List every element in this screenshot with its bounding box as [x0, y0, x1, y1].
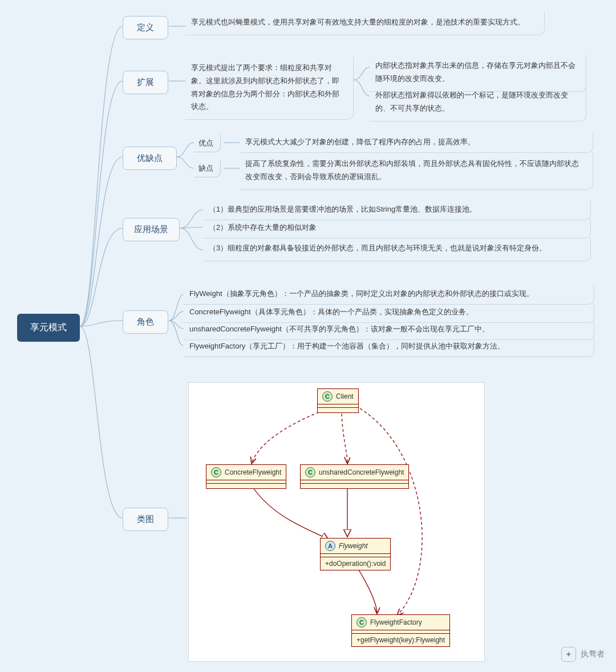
uml-name: FlyweightFactory	[370, 618, 422, 626]
leaf-text: （2）系统中存在大量的相似对象	[209, 223, 317, 232]
leaf-pro: 享元模式大大减少了对象的创建，降低了程序内存的占用，提高效率。	[240, 133, 593, 153]
leaf-text: 内部状态指对象共享出来的信息，存储在享元对象内部且不会随环境的改变而改变。	[375, 61, 576, 83]
leaf-role-2: unsharedConcreteFlyweight（不可共享的享元角色）：该对象…	[184, 321, 594, 340]
leaf-text: unsharedConcreteFlyweight（不可共享的享元角色）：该对象…	[189, 325, 489, 333]
branch-label: 优缺点	[137, 153, 163, 163]
leaf-text: 享元模式大大减少了对象的创建，降低了程序内存的占用，提高效率。	[245, 137, 475, 146]
leaf-con: 提高了系统复杂性，需要分离出外部状态和内部装填，而且外部状态具有固化特性，不应该…	[240, 153, 593, 190]
uml-name: unsharedConcreteFlyweight	[319, 468, 404, 476]
wechat-icon: ✦	[561, 647, 576, 662]
class-icon: C	[356, 617, 367, 628]
branch-extension: 扩展	[123, 71, 168, 94]
leaf-text: FlyweightFactory（享元工厂）：用于构建一个池容器（集合），同时提…	[189, 342, 505, 350]
branch-label: 扩展	[137, 77, 154, 87]
label-pro: 优点	[194, 135, 221, 152]
branch-label: 角色	[137, 317, 154, 326]
uml-diagram: CClient CConcreteFlyweight CunsharedConc…	[188, 382, 485, 662]
uml-unshared: CunsharedConcreteFlyweight	[300, 464, 409, 489]
class-icon: C	[305, 467, 315, 477]
leaf-text: ConcreteFlyweight（具体享元角色）：具体的一个产品类，实现抽象角…	[189, 307, 473, 316]
branch-label: 应用场景	[134, 224, 168, 234]
leaf-scenario-0: （1）最典型的应用场景是需要缓冲池的场景，比如String常量池、数据库连接池。	[203, 201, 591, 220]
abstract-icon: A	[325, 541, 335, 551]
leaf-text: 享元模式提出了两个要求：细粒度和共享对象。这里就涉及到内部状态和外部状态了，即将…	[191, 63, 339, 111]
uml-name: ConcreteFlyweight	[225, 468, 281, 476]
leaf-text: FlyWeight（抽象享元角色）：一个产品的抽象类，同时定义出对象的内部状态和…	[189, 289, 534, 298]
leaf-text: 外部状态指对象得以依赖的一个标记，是随环境改变而改变的、不可共享的状态。	[375, 91, 568, 112]
leaf-role-1: ConcreteFlyweight（具体享元角色）：具体的一个产品类，实现抽象角…	[184, 303, 594, 323]
uml-concrete: CConcreteFlyweight	[206, 464, 286, 489]
branch-label: 类图	[137, 514, 154, 524]
label-con: 缺点	[194, 160, 221, 177]
uml-name: Flyweight	[339, 542, 368, 550]
branch-diagram: 类图	[123, 508, 168, 531]
uml-name: Client	[336, 392, 354, 400]
branch-proscons: 优缺点	[123, 147, 177, 170]
watermark-text: 执骛者	[581, 649, 605, 659]
leaf-scenario-2: （3）细粒度的对象都具备较接近的外部状态，而且内部状态与环境无关，也就是说对象没…	[203, 237, 591, 261]
root-node: 享元模式	[17, 314, 80, 342]
leaf-extension: 享元模式提出了两个要求：细粒度和共享对象。这里就涉及到内部状态和外部状态了，即将…	[185, 57, 354, 120]
uml-method: +getFlyweight(key):Flyweight	[356, 636, 445, 644]
branch-roles: 角色	[123, 310, 168, 334]
uml-flyweight: AFlyweight +doOperation():void	[320, 538, 391, 570]
label-text: 缺点	[198, 164, 213, 172]
leaf-text: （3）细粒度的对象都具备较接近的外部状态，而且内部状态与环境无关，也就是说对象没…	[209, 244, 546, 252]
branch-definition: 定义	[123, 16, 168, 39]
leaf-text: （1）最典型的应用场景是需要缓冲池的场景，比如String常量池、数据库连接池。	[209, 205, 477, 213]
uml-method: +doOperation():void	[325, 560, 386, 568]
leaf-role-0: FlyWeight（抽象享元角色）：一个产品的抽象类，同时定义出对象的内部状态和…	[184, 285, 594, 305]
leaf-extension-outer: 外部状态指对象得以依赖的一个标记，是随环境改变而改变的、不可共享的状态。	[370, 84, 586, 122]
root-label: 享元模式	[30, 322, 67, 332]
uml-client: CClient	[317, 388, 359, 413]
uml-factory: CFlyweightFactory +getFlyweight(key):Fly…	[351, 614, 450, 647]
watermark: ✦ 执骛者	[561, 647, 605, 662]
class-icon: C	[322, 391, 333, 402]
leaf-text: 提高了系统复杂性，需要分离出外部状态和内部装填，而且外部状态具有固化特性，不应该…	[245, 159, 579, 181]
branch-scenario: 应用场景	[123, 218, 180, 241]
class-icon: C	[211, 467, 221, 477]
label-text: 优点	[198, 139, 213, 147]
branch-label: 定义	[137, 22, 154, 32]
leaf-definition: 享元模式也叫蝇量模式，使用共享对象可有效地支持大量的细粒度的对象，是池技术的重要…	[185, 11, 545, 35]
leaf-scenario-1: （2）系统中存在大量的相似对象	[203, 219, 591, 238]
leaf-role-3: FlyweightFactory（享元工厂）：用于构建一个池容器（集合），同时提…	[184, 338, 594, 357]
leaf-text: 享元模式也叫蝇量模式，使用共享对象可有效地支持大量的细粒度的对象，是池技术的重要…	[191, 18, 525, 26]
